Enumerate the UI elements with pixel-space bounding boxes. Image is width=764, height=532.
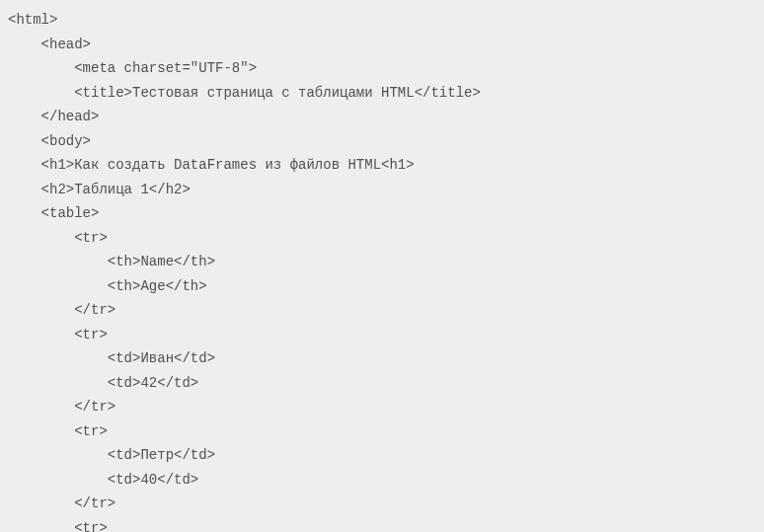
code-line: <table> [0,201,764,226]
code-block: <html> <head> <meta charset="UTF-8"> <ti… [0,8,764,532]
code-line: <h1>Как создать DataFrames из файлов HTM… [0,153,764,178]
code-line: <td>40</td> [0,468,764,493]
code-line: <head> [0,33,764,57]
code-line: <td>42</td> [0,371,764,396]
code-line: <tr> [0,516,764,533]
code-line: <h2>Таблица 1</h2> [0,178,764,202]
code-line: </tr> [0,395,764,419]
code-line: <html> [0,8,764,33]
code-line: <td>Петр</td> [0,443,764,468]
code-line: </tr> [0,298,764,323]
code-line: </tr> [0,492,764,516]
code-line: <title>Тестовая страница с таблицами HTM… [0,81,764,106]
code-line: <td>Иван</td> [0,346,764,371]
code-line: <meta charset="UTF-8"> [0,56,764,81]
code-line: <tr> [0,226,764,251]
code-line: <body> [0,129,764,154]
code-line: <th>Age</th> [0,274,764,299]
code-line: <th>Name</th> [0,250,764,274]
code-line: </head> [0,105,764,129]
code-line: <tr> [0,323,764,347]
code-line: <tr> [0,419,764,444]
